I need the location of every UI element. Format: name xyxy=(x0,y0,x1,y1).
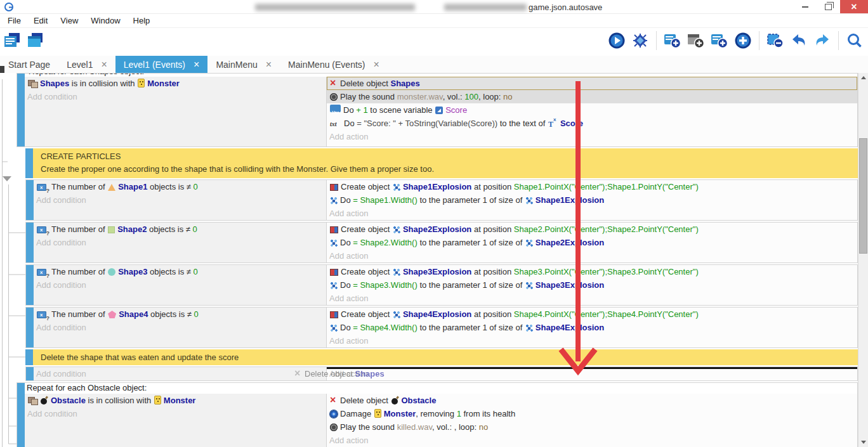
action-item[interactable]: Damage Monster, removing 1 from its heal… xyxy=(327,407,857,420)
collision-icon xyxy=(28,397,37,405)
text-segment: Do xyxy=(340,280,353,290)
tab-level1-events[interactable]: Level1 (Events) xyxy=(115,56,208,73)
scrollbar-thumb[interactable] xyxy=(859,138,867,254)
event-handle[interactable] xyxy=(26,367,34,380)
add-event-icon[interactable] xyxy=(663,31,682,50)
particle-icon xyxy=(525,239,533,247)
tab-mainmenu-events[interactable]: MainMenu (Events) xyxy=(280,56,388,73)
start-page-icon[interactable] xyxy=(25,31,44,50)
redo-icon[interactable] xyxy=(813,31,832,50)
add-action-button[interactable]: Add action xyxy=(327,292,857,305)
text-segment: Monster xyxy=(147,79,180,88)
debug-icon[interactable] xyxy=(631,31,650,50)
scroll-up-icon[interactable] xyxy=(858,73,868,82)
restore-button[interactable] xyxy=(817,0,839,13)
condition-item[interactable]: Shapes is in collision with Monster xyxy=(25,77,326,90)
play-icon[interactable] xyxy=(607,31,626,50)
particle-icon xyxy=(393,183,400,191)
condition-item[interactable]: The number of Shape3 objects is ≠ 0 xyxy=(34,265,326,278)
action-item[interactable]: Play the sound monster.wav, vol.: 100, l… xyxy=(327,90,857,103)
vertical-scrollbar[interactable] xyxy=(858,73,868,447)
add-action-button[interactable]: Add action xyxy=(327,334,857,347)
search-icon[interactable] xyxy=(845,31,864,50)
text-segment: Shapes xyxy=(40,79,69,88)
action-item[interactable]: Create object Shape1Explosion at positio… xyxy=(327,180,857,193)
add-action-button[interactable]: Add action xyxy=(327,367,857,380)
condition-item[interactable]: The number of Shape2 objects is ≠ 0 xyxy=(34,223,326,236)
add-condition-button[interactable]: Add condition xyxy=(34,193,326,207)
event-handle[interactable] xyxy=(17,74,25,146)
comment-block[interactable]: CREATE PARTICLESCreate the proper one ac… xyxy=(25,148,858,178)
text-segment: objects is ≠ xyxy=(147,224,192,234)
event-handle[interactable] xyxy=(17,383,25,447)
minimize-button[interactable] xyxy=(794,0,816,13)
add-condition-button[interactable]: Add condition xyxy=(34,236,326,249)
action-item[interactable]: Delete object Shapes xyxy=(327,77,857,90)
event-handle[interactable] xyxy=(26,308,34,347)
close-tab-icon[interactable] xyxy=(194,60,199,69)
add-action-button[interactable]: Add action xyxy=(327,130,857,143)
add-condition-button[interactable]: Add condition xyxy=(34,367,326,380)
close-tab-icon[interactable] xyxy=(101,60,107,69)
add-condition-button[interactable]: Add condition xyxy=(25,90,326,103)
close-button[interactable] xyxy=(840,0,868,13)
action-item[interactable]: Delete object Obstacle xyxy=(327,394,857,407)
add-action-button[interactable]: Add action xyxy=(327,207,857,220)
project-manager-icon[interactable] xyxy=(3,31,22,50)
event-handle[interactable] xyxy=(25,349,33,365)
close-tab-icon[interactable] xyxy=(374,60,379,69)
drag-ghost[interactable]: Delete object Shapes xyxy=(294,368,385,380)
condition-item[interactable]: Obstacle is in collision with Monster xyxy=(25,394,326,407)
textobj-icon xyxy=(548,117,558,126)
add-condition-button[interactable]: Add condition xyxy=(34,321,326,334)
comment-block[interactable]: Delete the shape that was eaten and upda… xyxy=(25,349,858,365)
action-item[interactable]: Do = Shape2.Width() to the parameter 1 o… xyxy=(327,236,857,249)
action-item[interactable]: Do = Shape1.Width() to the parameter 1 o… xyxy=(327,193,857,207)
action-item[interactable]: Do + 1 to scene variable Score xyxy=(327,103,857,117)
create-icon xyxy=(330,269,338,276)
menu-item-file[interactable]: File xyxy=(1,14,27,28)
tab-mainmenu[interactable]: MainMenu xyxy=(207,56,280,73)
event-handle[interactable] xyxy=(26,223,34,262)
add-condition-button[interactable]: Add condition xyxy=(34,278,326,292)
action-item[interactable]: Create object Shape2Explosion at positio… xyxy=(327,223,857,236)
menu-item-window[interactable]: Window xyxy=(84,14,126,28)
event-handle[interactable] xyxy=(25,148,33,178)
tab-level1[interactable]: Level1 xyxy=(58,56,115,73)
scroll-down-icon[interactable] xyxy=(858,437,868,447)
action-item[interactable]: Create object Shape4Explosion at positio… xyxy=(327,308,857,321)
menu-item-help[interactable]: Help xyxy=(127,14,157,28)
text-segment: , vol.: , loop: xyxy=(432,422,479,432)
text-segment: Delete object xyxy=(305,369,355,379)
add-condition-button[interactable]: Add condition xyxy=(25,407,326,420)
action-item[interactable]: Create object Shape3Explosion at positio… xyxy=(327,265,857,278)
add-subevent-icon[interactable] xyxy=(687,31,706,50)
condition-item[interactable]: The number of Shape1 objects is ≠ 0 xyxy=(34,180,326,193)
menu-item-view[interactable]: View xyxy=(54,14,84,28)
undo-icon[interactable] xyxy=(789,31,808,50)
delete-event-icon[interactable] xyxy=(766,31,785,50)
text-segment: Do xyxy=(340,323,353,332)
event-row: Repeat for each Shapes object:Shapes is … xyxy=(16,73,858,147)
particle-icon xyxy=(525,197,533,204)
text-segment: 0 xyxy=(194,309,199,319)
menu-item-edit[interactable]: Edit xyxy=(27,14,54,28)
text-segment: The number of xyxy=(51,309,107,319)
event-handle[interactable] xyxy=(26,180,34,220)
action-item[interactable]: Do = "Score: " + ToString(Variable(Score… xyxy=(327,117,857,130)
text-segment: Shape3.PointX("Center");Shape3.PointY("C… xyxy=(514,267,699,276)
actions-column: Create object Shape3Explosion at positio… xyxy=(327,265,857,305)
add-object-icon[interactable] xyxy=(733,31,753,50)
add-action-button[interactable]: Add action xyxy=(327,249,857,262)
tab-start-page[interactable]: Start Page xyxy=(0,56,58,73)
add-action-button[interactable]: Add action xyxy=(327,434,857,447)
event-handle[interactable] xyxy=(26,265,34,305)
action-item[interactable]: Do = Shape4.Width() to the parameter 1 o… xyxy=(327,321,857,334)
action-item[interactable]: Do = Shape3.Width() to the parameter 1 o… xyxy=(327,278,857,292)
action-item[interactable]: Play the sound killed.wav, vol.: , loop:… xyxy=(327,420,857,434)
add-comment-icon[interactable] xyxy=(710,31,729,50)
condition-item[interactable]: The number of Shape4 objects is ≠ 0 xyxy=(34,308,326,321)
close-tab-icon[interactable] xyxy=(266,60,272,69)
particle-icon xyxy=(330,239,338,247)
monster-icon xyxy=(374,409,381,418)
